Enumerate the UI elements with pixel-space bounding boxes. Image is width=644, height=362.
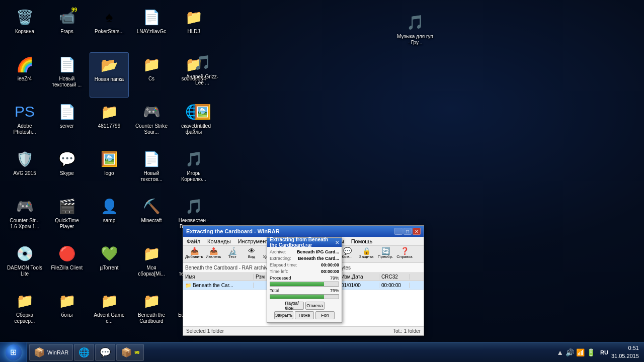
daemon-icon: 💿 [15, 243, 35, 263]
dialog-bottom-buttons: Закрыть Ниже Fon [270, 311, 339, 319]
winrar-close-btn[interactable]: ✕ [413, 228, 421, 235]
icon-label-igkor: Игорь Корнелю... [175, 170, 212, 183]
icon-untitled[interactable]: 🖼️ Untitled [183, 100, 222, 131]
icon-hldj[interactable]: 📁 HLDJ [174, 5, 213, 50]
icon-label-csstrike2: Counter-Str... 1.6 Хром 1... [6, 218, 43, 230]
untitled-icon: 🖼️ [192, 102, 212, 122]
icon-newtext[interactable]: 📄 Новый текстовый ... [47, 52, 87, 98]
extracting-label: Extracting: [270, 256, 291, 261]
icon-music[interactable]: 🎵 Музыка для гуп - Гру... [395, 10, 435, 48]
icon-label-pokerstars: PokerStars... [95, 29, 124, 35]
icon-recycle-bin[interactable]: 🗑️ Корзина [5, 5, 44, 50]
taskbar-skype[interactable]: 💬 [95, 344, 115, 361]
icon-csstrike2[interactable]: 🎮 Counter-Str... 1.6 Хром 1... [5, 194, 44, 239]
toolbar-convert[interactable]: 🔄Преобр. [376, 247, 394, 262]
processed-label: Processed [270, 276, 291, 281]
menu-file[interactable]: Файл [185, 238, 202, 244]
neizvestne-icon: 🎵 [184, 196, 204, 216]
winrar-titlebar[interactable]: Extracting the Cardboard - WinRAR _ □ ✕ [183, 226, 424, 237]
archive-value: Beneath IPG Card... [297, 249, 339, 254]
icon-ieezr4[interactable]: 🌈 ieeZr4 [5, 52, 44, 98]
boty-icon: 📁 [57, 291, 77, 311]
icon-samp[interactable]: 👤 samp [90, 194, 129, 239]
logo-icon: 🖼️ [99, 149, 119, 169]
icon-label-andrei: Андрей Grizz-Lee ... [184, 74, 221, 86]
col-date: Изм.Дата [339, 274, 379, 280]
col-crc: CRC32 [379, 274, 410, 280]
icon-photoshop[interactable]: PS Adobe Photosh... [5, 100, 44, 145]
icon-label-minecraft: Minecraft [141, 218, 162, 224]
newfolder-icon: 📂 [99, 55, 119, 75]
icon-andrei[interactable]: 🎵 Андрей Grizz-Lee ... [183, 50, 222, 88]
icon-csstrike[interactable]: 🎮 Counter Strike Sour... [132, 100, 171, 145]
icon-skype[interactable]: 💬 Skype [47, 147, 87, 192]
menu-commands[interactable]: Команды [206, 238, 232, 244]
icon-fraps[interactable]: 📹 99 Fraps [47, 5, 87, 50]
winrar-maximize-btn[interactable]: □ [404, 228, 412, 235]
icon-lnayz[interactable]: 📄 LNAYzIiavGc [132, 5, 171, 50]
icon-beneath[interactable]: 📁 Beneath the Cardboard [132, 289, 171, 334]
icon-newtext2[interactable]: 📄 Новый текстов... [132, 147, 171, 192]
icon-quicktime[interactable]: 🎬 QuickTime Player [47, 194, 87, 239]
icon-48117799[interactable]: 📁 48117799 [90, 100, 129, 145]
taskbar-chrome-icon: 🌐 [78, 347, 90, 358]
dialog-elapsed-row: Elapsed time: 00:00:00 [270, 262, 339, 267]
elapsed-label: Elapsed time: [270, 262, 297, 267]
menu-help[interactable]: Помощь [350, 238, 374, 244]
icon-filezilla[interactable]: 🔴 FileZilla Client [47, 241, 87, 287]
cancel-btn[interactable]: Отмена [305, 302, 325, 310]
close-btn[interactable]: Закрыть [274, 311, 293, 319]
start-button[interactable]: ⊞ [0, 342, 27, 363]
total-progress-container: Total 79% [270, 288, 339, 299]
left-value: 00:00:00 [321, 269, 339, 274]
tray-language[interactable]: RU [600, 349, 608, 355]
status-text: Selected 1 folder [186, 328, 224, 334]
dialog-buttons: Пауза/Фон Отмена [270, 302, 339, 310]
icon-utorrent[interactable]: 💚 µTorrent [90, 241, 129, 287]
pause-btn[interactable]: Пауза/Фон [285, 302, 304, 310]
hldj-icon: 📁 [184, 7, 204, 27]
below-btn[interactable]: Ниже [295, 311, 314, 319]
file-crc-cell: 00:00:00 [379, 283, 410, 288]
icon-mysborka[interactable]: 📁 Моя сборка[Mi... [132, 241, 171, 287]
desktop: 🗑️ Корзина 📹 99 Fraps ♠️ PokerStars... 📄… [0, 0, 644, 362]
dialog-archive-row: Archive: Beneath IPG Card... [270, 249, 339, 254]
dialog-titlebar[interactable]: Extracting from Beneath the Cardboard.ra… [267, 238, 342, 247]
icon-logo[interactable]: 🖼️ logo [90, 147, 129, 192]
toolbar-add[interactable]: 📥Добавить [185, 247, 203, 262]
icon-avg[interactable]: 🛡️ AVG 2015 [5, 147, 44, 192]
taskbar-clock[interactable]: 0:51 31.05.2015 [611, 344, 639, 360]
fon-btn[interactable]: Fon [315, 311, 335, 319]
taskbar-winzip[interactable]: 📦 99 [116, 344, 144, 361]
icon-pokerstars[interactable]: ♠️ PokerStars... [90, 5, 129, 50]
icon-cs-folder[interactable]: 📁 Cs [132, 52, 171, 98]
toolbar-view[interactable]: 👁Вид [243, 247, 261, 262]
winrar-statusbar: Selected 1 folder Tot.: 1 folder [183, 326, 424, 335]
icon-minecraft[interactable]: ⛏️ Minecraft [132, 194, 171, 239]
tray-arrow[interactable]: ▲ [556, 348, 564, 356]
quicktime-icon: 🎬 [57, 196, 77, 216]
icon-newfolder[interactable]: 📂 Новая папка [90, 52, 129, 98]
taskbar-winzip-icon: 📦 [121, 347, 132, 358]
taskbar-chrome[interactable]: 🌐 [74, 344, 94, 361]
cs-folder-icon: 📁 [141, 54, 162, 74]
winrar-minimize-btn[interactable]: _ [394, 228, 403, 235]
toolbar-help[interactable]: ❓Справка [395, 247, 414, 262]
toolbar-test[interactable]: 🔬Тест [223, 247, 242, 262]
taskbar-winrar[interactable]: 📦 WinRAR [29, 344, 73, 361]
icon-daemon[interactable]: 💿 DAEMON Tools Lite [5, 241, 44, 287]
icon-server[interactable]: 📄 server [47, 100, 87, 145]
icon-sborka[interactable]: 📁 Сборка сервер... [5, 289, 44, 334]
samp-icon: 👤 [99, 196, 119, 216]
icon-advent[interactable]: 📁 Advent Game c... [90, 289, 129, 334]
tray-battery-icon: 🔋 [587, 348, 595, 356]
toolbar-protect[interactable]: 🔒Защита [357, 247, 375, 262]
icon-igkor[interactable]: 🎵 Игорь Корнелю... [174, 147, 213, 192]
toolbar-extract[interactable]: 📤Извлечь [204, 247, 222, 262]
csstrike2-icon: 🎮 [15, 196, 35, 216]
dialog-close-btn[interactable]: ✕ [335, 240, 339, 245]
icon-boty[interactable]: 📁 боты [47, 289, 87, 334]
tray-volume-icon: 📶 [576, 348, 585, 356]
file-icon: 📁 [185, 283, 191, 288]
dialog-extracting-row: Extracting: Beneath the Card... [270, 256, 339, 261]
